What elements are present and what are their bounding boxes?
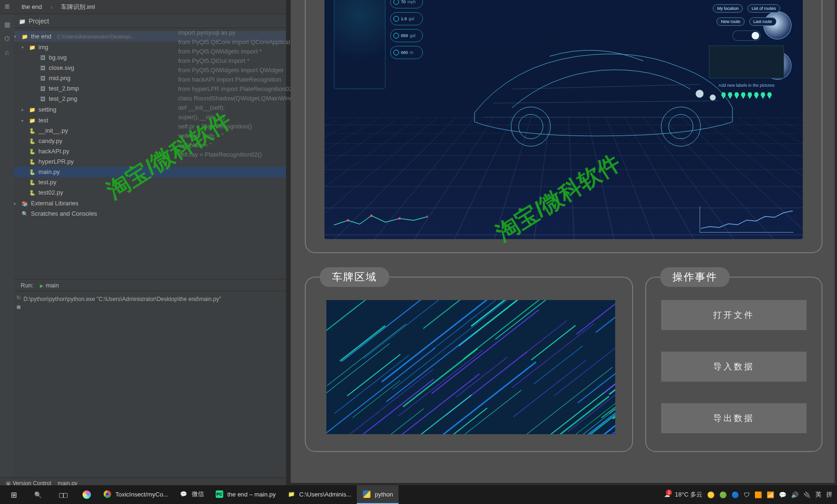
tree-item-label: bg.svg — [49, 53, 67, 63]
tree-item[interactable]: 🖼bg.svg — [11, 53, 286, 63]
taskbar-app-label: python — [375, 491, 393, 498]
tree-item-label: test — [38, 115, 48, 126]
ime-mode[interactable]: 拼 — [826, 490, 832, 499]
console-line[interactable]: D:\python\python\python.exe "C:\Users\Ad… — [23, 294, 283, 304]
tray-icon[interactable]: 🟢 — [719, 491, 727, 498]
vcs-tool-icon[interactable]: ⎌ — [3, 49, 11, 56]
gauge-value: 859 — [401, 33, 408, 38]
tray-icon[interactable]: 🔊 — [791, 491, 799, 498]
gauge-value: 660 — [401, 50, 408, 55]
tree-item[interactable]: 🔍Scratches and Consoles — [11, 209, 286, 219]
operations-card: 操作事件 打开文件 导入数据 导出数据 — [645, 277, 822, 452]
hud-toggle[interactable] — [732, 30, 761, 41]
run-label: Run: — [21, 282, 33, 289]
hud-btn-lastroute[interactable]: Last route — [749, 17, 777, 26]
gauge-unit: mph — [407, 0, 416, 4]
weather-text[interactable]: 18°C 多云 — [675, 490, 702, 499]
hamburger-icon[interactable] — [5, 2, 13, 12]
rerun-icon[interactable]: ↻ — [14, 294, 23, 304]
tree-file-icon: 🖼 — [39, 53, 46, 63]
tray-icon[interactable]: 💬 — [779, 491, 786, 498]
tree-caret-icon[interactable] — [22, 115, 26, 126]
stop-icon[interactable]: ⏹ — [14, 304, 23, 313]
tree-item[interactable]: 🖼test_2.bmp — [11, 83, 286, 94]
tree-item[interactable]: 📁setting — [11, 104, 286, 115]
tree-item-label: Scratches and Consoles — [31, 209, 97, 219]
project-panel-header[interactable]: Project — [0, 14, 286, 28]
tray-icon[interactable]: 📶 — [767, 491, 774, 498]
tree-item[interactable]: 🐍candy.py — [11, 136, 286, 146]
tree-item[interactable]: 📁the endC:\Users\Administrator\Desktop\.… — [11, 31, 286, 42]
tree-caret-icon[interactable] — [14, 198, 19, 209]
tree-item-label: setting — [38, 105, 56, 115]
taskbar-app[interactable]: 微信 — [174, 485, 210, 504]
tray-icon[interactable]: 🟧 — [754, 491, 762, 498]
taskbar-search[interactable] — [27, 485, 49, 504]
gauge-unit: m — [410, 50, 414, 55]
tree-file-icon: 🐍 — [29, 167, 36, 177]
tree-item[interactable]: 🐍main.py — [11, 167, 286, 177]
pinned-app[interactable] — [76, 485, 98, 504]
tree-item[interactable]: 📁test — [11, 115, 286, 126]
run-config-name[interactable]: main — [40, 282, 59, 289]
tray-icon[interactable]: 🔌 — [803, 491, 811, 498]
tree-item-label: hackAPI.py — [38, 146, 69, 157]
run-output[interactable]: D:\python\python\python.exe "C:\Users\Ad… — [23, 294, 283, 304]
project-tool-icon[interactable]: ▦ — [3, 21, 11, 28]
tree-item-label: __init__.py — [38, 126, 68, 136]
tree-item[interactable]: 📁img — [11, 42, 286, 53]
breadcrumb-file[interactable]: 车牌识别.iml — [61, 3, 95, 11]
tree-item[interactable]: 🐍hackAPI.py — [11, 146, 286, 157]
plate-preview — [326, 300, 615, 434]
hud-btn-listroutes[interactable]: List of routes — [747, 4, 780, 13]
taskbar-app[interactable]: PCthe end – main.py — [210, 485, 281, 504]
tree-item[interactable]: 🖼test_2.png — [11, 94, 286, 104]
windows-taskbar[interactable]: ToxicInsect/myCo...微信PCthe end – main.py… — [0, 485, 837, 504]
project-tree[interactable]: 📁the endC:\Users\Administrator\Desktop\.… — [0, 28, 286, 222]
tree-item[interactable]: 🖼close.svg — [11, 63, 286, 73]
tree-file-icon: 🐍 — [29, 188, 36, 198]
tree-file-icon: 🐍 — [29, 126, 36, 136]
taskbar-app[interactable]: python — [357, 485, 399, 504]
task-view[interactable] — [52, 485, 73, 504]
hud-btn-mylocation[interactable]: My location — [713, 4, 743, 13]
tree-item[interactable]: 🐍test02.py — [11, 188, 286, 198]
tree-item-label: close.svg — [49, 63, 74, 73]
python-icon — [363, 490, 370, 498]
tree-item-path: C:\Users\Administrator\Desktop\... — [57, 31, 135, 42]
tray-icon[interactable]: 🟡 — [707, 491, 715, 498]
tree-item[interactable]: 🖼mid.png — [11, 73, 286, 83]
tree-item[interactable]: 🐍test.py — [11, 177, 286, 188]
weather-icon[interactable]: ☁ — [664, 491, 670, 498]
breadcrumb-sep: › — [50, 3, 53, 11]
breadcrumb-root[interactable]: the end — [22, 3, 42, 10]
start-button[interactable] — [3, 485, 24, 504]
gauge-dot-icon — [393, 50, 399, 55]
taskbar-app[interactable]: C:\Users\Adminis... — [281, 485, 357, 504]
ime-lang[interactable]: 英 — [815, 490, 822, 499]
tree-item[interactable]: 📚External Libraries — [11, 198, 286, 209]
wechat-icon — [180, 491, 187, 497]
import-data-button[interactable]: 导入数据 — [661, 352, 807, 382]
python-app-window: 70mph1.9gal859gal660m — [291, 0, 835, 483]
tree-caret-icon[interactable] — [22, 42, 26, 53]
structure-tool-icon[interactable]: ⌬ — [3, 35, 11, 42]
tree-item[interactable]: 🐍__init__.py — [11, 126, 286, 136]
system-tray[interactable]: ☁ 18°C 多云 🟡 🟢 🔵 🛡 🟧 📶 💬 🔊 🔌 英 拼 — [659, 490, 837, 499]
run-toolwindow-header[interactable]: Run: main — [14, 279, 286, 291]
tray-icon[interactable]: 🔵 — [731, 491, 739, 498]
tree-item-label: mid.png — [49, 73, 70, 83]
hud-btn-newroute[interactable]: New route — [716, 17, 744, 26]
tree-file-icon: 🔍 — [22, 209, 28, 219]
svg-point-0 — [511, 107, 550, 146]
tree-caret-icon[interactable] — [14, 31, 19, 42]
tree-item[interactable]: 🐍hyperLPR.py — [11, 157, 286, 167]
taskbar-app[interactable]: ToxicInsect/myCo... — [98, 485, 174, 504]
svg-point-2 — [661, 107, 701, 146]
tray-icon[interactable]: 🛡 — [744, 491, 750, 498]
export-data-button[interactable]: 导出数据 — [661, 403, 807, 433]
operations-title: 操作事件 — [660, 267, 730, 287]
tree-file-icon: 🖼 — [39, 94, 46, 104]
tree-caret-icon[interactable] — [22, 104, 26, 115]
open-file-button[interactable]: 打开文件 — [661, 300, 807, 330]
